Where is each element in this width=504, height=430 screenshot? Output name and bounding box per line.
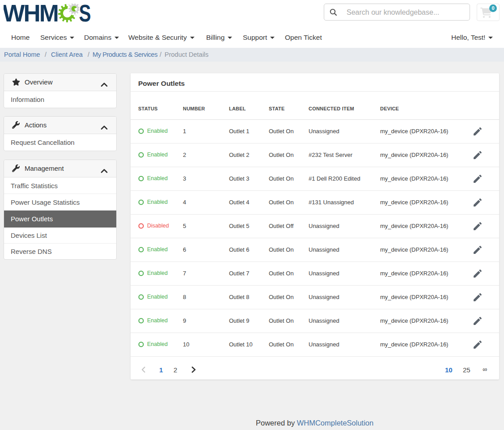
svg-text:S: S bbox=[79, 4, 91, 23]
svg-text:WHM: WHM bbox=[4, 4, 58, 23]
